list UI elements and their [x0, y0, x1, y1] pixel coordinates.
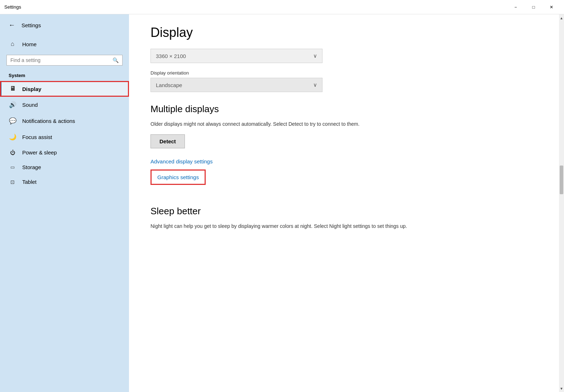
- titlebar-controls: − □ ✕: [507, 1, 560, 13]
- search-box[interactable]: 🔍: [6, 55, 123, 66]
- scrollbar-track: ▲ ▼: [559, 14, 564, 392]
- resolution-value: 3360 × 2100: [156, 53, 186, 59]
- tablet-icon: ⊡: [9, 179, 16, 185]
- orientation-dropdown[interactable]: Landscape ∨: [150, 78, 322, 92]
- display-icon: 🖥: [9, 85, 16, 92]
- search-input[interactable]: [10, 57, 110, 63]
- multiple-displays-text: Older displays might not always connect …: [150, 120, 423, 128]
- scrollbar-thumb[interactable]: [560, 166, 563, 194]
- sidebar-section-label: System: [0, 71, 129, 81]
- graphics-settings-highlight: Graphics settings: [150, 169, 206, 185]
- search-icon: 🔍: [113, 57, 119, 63]
- sidebar-item-label-power: Power & sleep: [22, 149, 57, 156]
- minimize-button[interactable]: −: [507, 1, 524, 13]
- sound-icon: 🔊: [9, 101, 16, 109]
- sidebar-item-label-focus: Focus assist: [22, 134, 52, 140]
- sidebar-item-label-display: Display: [22, 86, 41, 92]
- sidebar-item-label-notifications: Notifications & actions: [22, 118, 75, 124]
- sidebar-item-storage[interactable]: ▭ Storage: [0, 160, 129, 175]
- sidebar-item-label-sound: Sound: [22, 102, 38, 108]
- sidebar-home-label: Home: [22, 41, 37, 47]
- sidebar-item-display[interactable]: 🖥 Display: [0, 81, 129, 97]
- sidebar-app-title: Settings: [21, 22, 41, 28]
- resolution-dropdown-row: 3360 × 2100 ∨: [150, 49, 543, 63]
- back-button[interactable]: ←: [7, 20, 16, 30]
- power-icon: ⏻: [9, 149, 16, 156]
- close-button[interactable]: ✕: [543, 1, 560, 13]
- storage-icon: ▭: [9, 164, 16, 170]
- sidebar-item-power[interactable]: ⏻ Power & sleep: [0, 145, 129, 160]
- app-body: ← Settings ⌂ Home 🔍 System 🖥 Display 🔊 S…: [0, 14, 564, 392]
- advanced-display-settings-link[interactable]: Advanced display settings: [150, 158, 543, 164]
- orientation-dropdown-row: Display orientation Landscape ∨: [150, 70, 543, 92]
- sidebar-item-focus[interactable]: 🌙 Focus assist: [0, 129, 129, 145]
- home-icon: ⌂: [9, 40, 16, 48]
- display-active-highlight: [0, 81, 129, 97]
- page-title: Display: [150, 25, 543, 40]
- maximize-button[interactable]: □: [525, 1, 542, 13]
- sidebar: ← Settings ⌂ Home 🔍 System 🖥 Display 🔊 S…: [0, 14, 129, 392]
- resolution-dropdown[interactable]: 3360 × 2100 ∨: [150, 49, 322, 63]
- sidebar-item-notifications[interactable]: 💬 Notifications & actions: [0, 113, 129, 129]
- orientation-value: Landscape: [156, 82, 182, 88]
- orientation-label: Display orientation: [150, 70, 543, 76]
- multiple-displays-heading: Multiple displays: [150, 104, 543, 115]
- sidebar-item-tablet[interactable]: ⊡ Tablet: [0, 175, 129, 189]
- titlebar-left: Settings: [4, 4, 21, 10]
- graphics-settings-link[interactable]: Graphics settings: [157, 174, 199, 180]
- orientation-dropdown-chevron: ∨: [313, 82, 317, 88]
- sleep-better-text: Night light can help you get to sleep by…: [150, 223, 423, 230]
- sidebar-item-home[interactable]: ⌂ Home: [0, 36, 129, 52]
- focus-icon: 🌙: [9, 133, 16, 141]
- sidebar-item-label-storage: Storage: [22, 164, 41, 170]
- scroll-down-button[interactable]: ▼: [559, 385, 564, 392]
- sidebar-item-label-tablet: Tablet: [22, 179, 37, 185]
- content-area: ▲ ▼ Display 3360 × 2100 ∨ Display orient…: [129, 14, 564, 392]
- titlebar-title: Settings: [4, 4, 21, 10]
- detect-button[interactable]: Detect: [150, 134, 185, 148]
- sidebar-nav-top: ← Settings: [0, 14, 129, 36]
- notifications-icon: 💬: [9, 117, 16, 125]
- sidebar-item-sound[interactable]: 🔊 Sound: [0, 97, 129, 113]
- scroll-up-button[interactable]: ▲: [559, 14, 564, 21]
- titlebar: Settings − □ ✕: [0, 0, 564, 14]
- resolution-dropdown-chevron: ∨: [313, 53, 317, 59]
- sleep-better-heading: Sleep better: [150, 206, 543, 217]
